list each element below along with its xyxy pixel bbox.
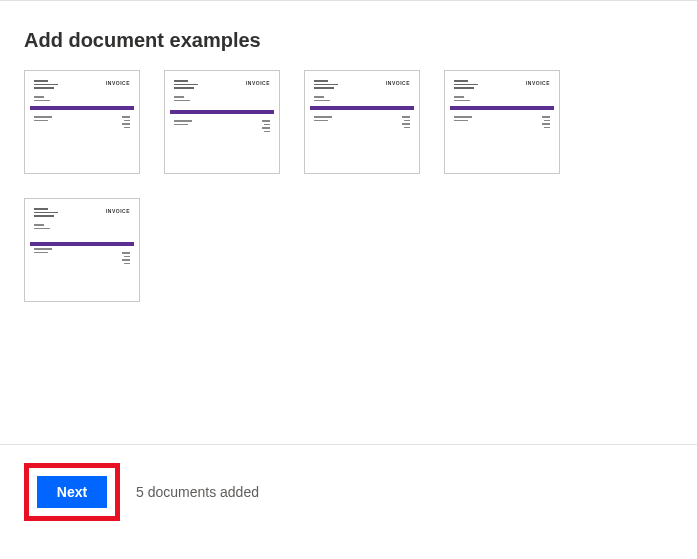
invoice-preview: INVOICE (310, 76, 414, 168)
main-content: Add document examples INVOICE INVOICE (0, 1, 697, 302)
invoice-preview: INVOICE (30, 76, 134, 168)
invoice-label: INVOICE (526, 80, 550, 86)
invoice-label: INVOICE (106, 80, 130, 86)
footer-bar: Next 5 documents added (0, 444, 697, 521)
highlight-annotation: Next (24, 463, 120, 521)
status-text: 5 documents added (136, 484, 259, 500)
document-thumbnails: INVOICE INVOICE INVOICE (24, 70, 673, 302)
document-thumbnail[interactable]: INVOICE (444, 70, 560, 174)
page-title: Add document examples (24, 29, 673, 52)
document-thumbnail[interactable]: INVOICE (24, 198, 140, 302)
document-thumbnail[interactable]: INVOICE (304, 70, 420, 174)
invoice-label: INVOICE (106, 208, 130, 214)
document-thumbnail[interactable]: INVOICE (24, 70, 140, 174)
invoice-preview: INVOICE (30, 204, 134, 296)
invoice-preview: INVOICE (170, 76, 274, 168)
invoice-label: INVOICE (386, 80, 410, 86)
document-thumbnail[interactable]: INVOICE (164, 70, 280, 174)
next-button[interactable]: Next (37, 476, 107, 508)
invoice-preview: INVOICE (450, 76, 554, 168)
invoice-label: INVOICE (246, 80, 270, 86)
